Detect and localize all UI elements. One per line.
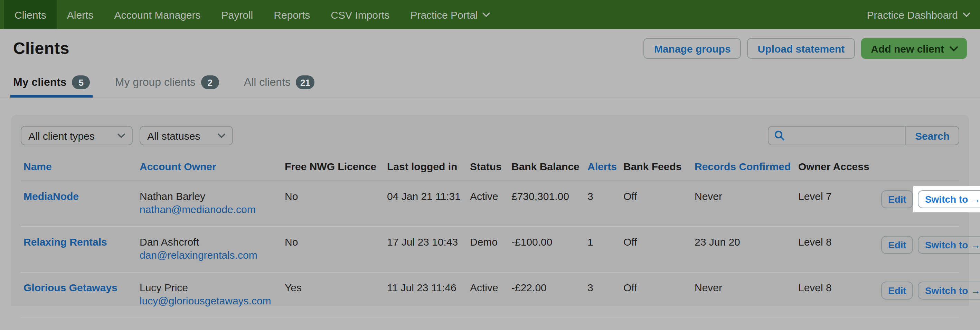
nav-item-label: CSV Imports bbox=[331, 9, 390, 21]
nav-item-label: Clients bbox=[14, 9, 46, 21]
owner-name: Lucy Price bbox=[140, 281, 285, 294]
client-type-value: All client types bbox=[28, 130, 111, 142]
row-actions: Edit Switch to → bbox=[881, 190, 980, 226]
cell-owner-access: Level 8 bbox=[798, 235, 881, 272]
cell-last-logged-in: 17 Jul 23 10:43 bbox=[387, 235, 470, 272]
chevron-down-icon bbox=[483, 12, 490, 17]
tab-my-clients[interactable]: My clients 5 bbox=[10, 75, 93, 97]
column-header-bank-feeds: Bank Feeds bbox=[624, 161, 695, 172]
switch-to-button[interactable]: Switch to → bbox=[918, 282, 980, 300]
nav-item-label: Practice Portal bbox=[410, 9, 477, 21]
manage-groups-button[interactable]: Manage groups bbox=[644, 38, 741, 59]
status-select[interactable]: All statuses bbox=[140, 126, 233, 145]
switch-to-button[interactable]: Switch to → bbox=[918, 236, 980, 254]
search-box: Search bbox=[768, 126, 959, 145]
client-name-link[interactable]: MediaNode bbox=[24, 190, 79, 202]
search-input[interactable] bbox=[789, 129, 896, 142]
table-row: Glorious Getaways Lucy Price lucy@glorio… bbox=[21, 273, 959, 318]
cell-records-confirmed: Never bbox=[695, 281, 798, 317]
cell-last-logged-in: 04 Jan 21 11:31 bbox=[387, 190, 470, 226]
row-actions: Edit Switch to → bbox=[881, 235, 980, 272]
clients-panel: All client types All statuses Search Nam… bbox=[11, 115, 969, 306]
count-badge: 2 bbox=[201, 75, 219, 89]
cell-bank-balance: -£100.00 bbox=[511, 235, 587, 272]
owner-email-link[interactable]: dan@relaxingrentals.com bbox=[140, 249, 285, 261]
add-new-client-button[interactable]: Add new client bbox=[861, 38, 967, 59]
nav-item-label: Reports bbox=[274, 9, 310, 21]
nav-item-alerts[interactable]: Alerts bbox=[57, 0, 104, 29]
add-new-client-label: Add new client bbox=[871, 43, 944, 54]
cell-status: Active bbox=[470, 190, 511, 226]
owner-email-link[interactable]: lucy@gloriousgetaways.com bbox=[140, 294, 285, 307]
column-header-bank-balance: Bank Balance bbox=[511, 161, 587, 172]
cell-alerts: 1 bbox=[587, 235, 624, 272]
upload-statement-button[interactable]: Upload statement bbox=[748, 38, 855, 59]
page-title: Clients bbox=[13, 39, 70, 58]
nav-item-account-managers[interactable]: Account Managers bbox=[103, 0, 211, 29]
search-button[interactable]: Search bbox=[905, 127, 959, 145]
page-header: Clients Manage groups Upload statement A… bbox=[13, 38, 967, 59]
switch-to-highlight-box: Switch to → bbox=[913, 186, 980, 212]
practice-dashboard-app: Clients Alerts Account Managers Payroll … bbox=[0, 0, 980, 330]
chevron-down-icon bbox=[118, 133, 125, 138]
cell-status: Active bbox=[470, 281, 511, 317]
cell-free-nwg-licence: Yes bbox=[285, 281, 387, 317]
chevron-down-icon bbox=[950, 46, 957, 51]
cell-owner-access: Level 8 bbox=[798, 281, 881, 317]
tab-label: My clients bbox=[13, 76, 67, 89]
cell-records-confirmed: Never bbox=[695, 190, 798, 226]
column-header-account-owner[interactable]: Account Owner bbox=[140, 161, 285, 172]
tab-label: My group clients bbox=[115, 76, 196, 89]
row-actions: Edit Switch to → bbox=[881, 281, 980, 317]
owner-email-link[interactable]: nathan@medianode.com bbox=[140, 203, 285, 216]
table-row: Relaxing Rentals Dan Ashcroft dan@relaxi… bbox=[21, 227, 959, 273]
chevron-down-icon bbox=[218, 133, 225, 138]
cell-status: Demo bbox=[470, 235, 511, 272]
owner-name: Dan Ashcroft bbox=[140, 235, 285, 249]
nav-item-practice-dashboard[interactable]: Practice Dashboard bbox=[857, 0, 980, 29]
cell-bank-feeds: Off bbox=[624, 235, 695, 272]
nav-item-label: Practice Dashboard bbox=[867, 9, 958, 21]
tab-all-clients[interactable]: All clients 21 bbox=[241, 75, 317, 97]
tab-label: All clients bbox=[244, 76, 291, 89]
cell-bank-balance: £730,301.00 bbox=[511, 190, 587, 226]
column-header-last-logged-in: Last logged in bbox=[387, 161, 470, 172]
edit-button[interactable]: Edit bbox=[881, 190, 913, 208]
nav-item-payroll[interactable]: Payroll bbox=[211, 0, 264, 29]
status-value: All statuses bbox=[147, 130, 211, 142]
search-input-wrap bbox=[768, 127, 905, 145]
table-row: MediaNode Nathan Barley nathan@medianode… bbox=[21, 181, 959, 227]
column-header-records-confirmed[interactable]: Records Confirmed bbox=[695, 161, 798, 172]
cell-alerts: 3 bbox=[587, 281, 624, 317]
client-name-link[interactable]: Relaxing Rentals bbox=[24, 236, 107, 248]
cell-alerts: 3 bbox=[587, 190, 624, 226]
count-badge: 5 bbox=[72, 75, 90, 89]
column-header-free-nwg-licence: Free NWG Licence bbox=[285, 161, 387, 172]
nav-item-label: Alerts bbox=[67, 9, 94, 21]
column-header-alerts[interactable]: Alerts bbox=[587, 161, 624, 172]
column-header-status: Status bbox=[470, 161, 511, 172]
nav-item-reports[interactable]: Reports bbox=[263, 0, 320, 29]
client-name-link[interactable]: Glorious Getaways bbox=[24, 282, 118, 293]
clients-table: Name Account Owner Free NWG Licence Last… bbox=[21, 145, 959, 318]
nav-item-practice-portal[interactable]: Practice Portal bbox=[400, 0, 500, 29]
chevron-down-icon bbox=[963, 12, 970, 17]
cell-bank-balance: -£22.00 bbox=[511, 281, 587, 317]
column-header-owner-access: Owner Access bbox=[798, 161, 881, 172]
cell-free-nwg-licence: No bbox=[285, 190, 387, 226]
cell-last-logged-in: 11 Jul 23 11:46 bbox=[387, 281, 470, 317]
count-badge: 21 bbox=[296, 75, 315, 89]
nav-item-label: Account Managers bbox=[114, 9, 200, 21]
column-header-name[interactable]: Name bbox=[24, 161, 140, 172]
cell-records-confirmed: 23 Jun 20 bbox=[695, 235, 798, 272]
nav-item-csv-imports[interactable]: CSV Imports bbox=[320, 0, 400, 29]
switch-to-button[interactable]: Switch to → bbox=[918, 190, 980, 208]
tab-my-group-clients[interactable]: My group clients 2 bbox=[112, 75, 222, 97]
client-tabs: My clients 5 My group clients 2 All clie… bbox=[0, 75, 980, 98]
client-type-select[interactable]: All client types bbox=[21, 126, 133, 145]
header-buttons: Manage groups Upload statement Add new c… bbox=[644, 38, 967, 59]
edit-button[interactable]: Edit bbox=[881, 236, 913, 254]
edit-button[interactable]: Edit bbox=[881, 282, 913, 300]
cell-free-nwg-licence: No bbox=[285, 235, 387, 272]
nav-item-clients[interactable]: Clients bbox=[4, 0, 57, 29]
